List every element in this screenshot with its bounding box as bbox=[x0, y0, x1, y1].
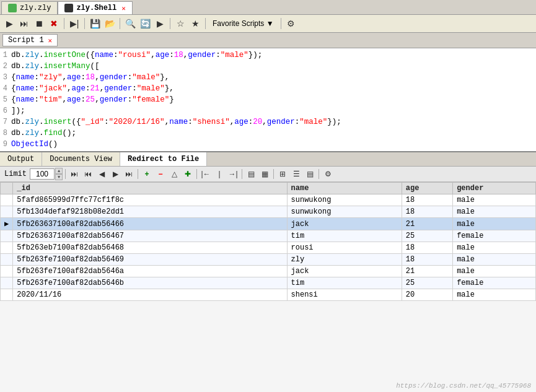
col-left-button[interactable]: |← bbox=[200, 168, 212, 180]
output-tab-documents[interactable]: Documents View bbox=[42, 152, 120, 166]
code-line-8: 8 db.zly.find(); bbox=[0, 128, 536, 139]
bookmark-button[interactable]: ☆ bbox=[174, 17, 187, 30]
cell-name[interactable]: tim bbox=[287, 277, 402, 289]
watermark: https://blog.csdn.net/qq_45775968 bbox=[396, 382, 531, 390]
remove-row-button[interactable]: − bbox=[154, 168, 167, 180]
table-row[interactable]: ▶5fb263637100af82dab56466jack21male bbox=[1, 218, 536, 230]
cell-gender[interactable]: female bbox=[453, 230, 536, 242]
pause-button[interactable]: ✖ bbox=[47, 17, 61, 30]
cell-_id[interactable]: 5fb263fe7100af82dab5646b bbox=[13, 277, 287, 289]
grid-view1-button[interactable]: ▤ bbox=[245, 168, 257, 180]
cell-name[interactable]: jack bbox=[287, 218, 402, 230]
cell-name[interactable]: tim bbox=[287, 230, 402, 242]
bookmark2-button[interactable]: ★ bbox=[188, 17, 202, 30]
cell-gender[interactable]: male bbox=[453, 289, 536, 301]
nav-last[interactable]: ⏭ bbox=[123, 168, 135, 180]
spin-down[interactable]: ▼ bbox=[55, 174, 63, 180]
cell-gender[interactable]: male bbox=[453, 194, 536, 206]
grid-view5-button[interactable]: ▤ bbox=[304, 168, 316, 180]
cell-age[interactable]: 21 bbox=[402, 266, 452, 277]
run-file-button[interactable]: ▶| bbox=[68, 17, 81, 30]
nav-back[interactable]: ◀ bbox=[95, 168, 108, 180]
find-button[interactable]: 🔍 bbox=[123, 17, 137, 30]
table-row[interactable]: 2020/11/16shensi20male bbox=[1, 289, 536, 301]
save-button[interactable]: 💾 bbox=[88, 17, 102, 30]
cell-_id[interactable]: 5fb13d4defaf9218b08e2dd1 bbox=[13, 206, 287, 218]
table-row[interactable]: 5fb263fe7100af82dab5646btim25female bbox=[1, 277, 536, 289]
settings-button[interactable]: ⚙ bbox=[284, 17, 298, 30]
grid-settings-button[interactable]: ⚙ bbox=[322, 168, 334, 180]
cell-_id[interactable]: 5fafd865999d7ffc77cf1f8c bbox=[13, 194, 287, 206]
tab-shell[interactable]: zly.Shell ✕ bbox=[58, 1, 132, 14]
nav-forward[interactable]: ▶ bbox=[109, 168, 121, 180]
add-row-button[interactable]: + bbox=[141, 168, 153, 180]
cell-age[interactable]: 18 bbox=[402, 254, 452, 266]
col-right-button[interactable]: →| bbox=[227, 168, 239, 180]
spin-up[interactable]: ▲ bbox=[55, 168, 63, 174]
step-button[interactable]: ⏭ bbox=[17, 17, 31, 30]
table-row[interactable]: 5fb263fe7100af82dab5646ajack21male bbox=[1, 266, 536, 277]
cell-gender[interactable]: male bbox=[453, 242, 536, 254]
cell-gender[interactable]: male bbox=[453, 254, 536, 266]
cell-age[interactable]: 25 bbox=[402, 230, 452, 242]
limit-input[interactable] bbox=[30, 168, 55, 180]
cell-gender[interactable]: male bbox=[453, 218, 536, 230]
cell-name[interactable]: sunwukong bbox=[287, 206, 402, 218]
cell-name[interactable]: zly bbox=[287, 254, 402, 266]
row-arrow bbox=[1, 242, 13, 254]
cell-name[interactable]: sunwukong bbox=[287, 194, 402, 206]
cell-age[interactable]: 18 bbox=[402, 206, 452, 218]
cell-_id[interactable]: 2020/11/16 bbox=[13, 289, 287, 301]
nav-prev[interactable]: ⏮ bbox=[82, 168, 94, 180]
cell-age[interactable]: 21 bbox=[402, 218, 452, 230]
cell-gender[interactable]: male bbox=[453, 266, 536, 277]
stop-button[interactable]: ⏹ bbox=[32, 17, 46, 30]
grid-view3-button[interactable]: ⊞ bbox=[276, 168, 289, 180]
cell-name[interactable]: rousi bbox=[287, 242, 402, 254]
table-row[interactable]: 5fafd865999d7ffc77cf1f8csunwukong18male bbox=[1, 194, 536, 206]
cell-_id[interactable]: 5fb263637100af82dab56467 bbox=[13, 230, 287, 242]
play-button[interactable]: ▶ bbox=[2, 17, 16, 30]
cell-age[interactable]: 25 bbox=[402, 277, 452, 289]
grid-view2-button[interactable]: ▦ bbox=[258, 168, 271, 180]
cell-gender[interactable]: male bbox=[453, 206, 536, 218]
move-up-button[interactable]: △ bbox=[168, 168, 180, 180]
grid-view4-button[interactable]: ☰ bbox=[290, 168, 302, 180]
cell-_id[interactable]: 5fb263fe7100af82dab56469 bbox=[13, 254, 287, 266]
favorite-button[interactable]: Favorite Scripts ▼ bbox=[209, 18, 278, 29]
tab-shell-close[interactable]: ✕ bbox=[121, 4, 126, 12]
table-row[interactable]: 5fb13d4defaf9218b08e2dd1sunwukong18male bbox=[1, 206, 536, 218]
gtb-sep-3 bbox=[196, 169, 197, 179]
col-header-age[interactable]: age bbox=[402, 183, 452, 194]
open-button[interactable]: 📂 bbox=[103, 17, 116, 30]
cell-gender[interactable]: female bbox=[453, 277, 536, 289]
cell-name[interactable]: shensi bbox=[287, 289, 402, 301]
add-col-button[interactable]: ✚ bbox=[182, 168, 194, 180]
output-tab-redirect[interactable]: Redirect to File bbox=[120, 152, 207, 166]
col-sep-button[interactable]: | bbox=[213, 168, 226, 180]
script-tab-close[interactable]: ✕ bbox=[48, 37, 53, 45]
cell-_id[interactable]: 5fb263fe7100af82dab5646a bbox=[13, 266, 287, 277]
col-header-gender[interactable]: gender bbox=[453, 183, 536, 194]
tab-zly[interactable]: zly.zly bbox=[1, 1, 58, 14]
cell-_id[interactable]: 5fb263eb7100af82dab56468 bbox=[13, 242, 287, 254]
replace-button[interactable]: 🔄 bbox=[138, 17, 152, 30]
col-header-name[interactable]: name bbox=[287, 183, 402, 194]
script-tab-1[interactable]: Script 1 ✕ bbox=[2, 34, 58, 46]
cell-name[interactable]: jack bbox=[287, 266, 402, 277]
line-num-4: 4 bbox=[0, 83, 11, 94]
table-row[interactable]: 5fb263eb7100af82dab56468rousi18male bbox=[1, 242, 536, 254]
cell-age[interactable]: 18 bbox=[402, 194, 452, 206]
cell-_id[interactable]: 5fb263637100af82dab56466 bbox=[13, 218, 287, 230]
cell-age[interactable]: 18 bbox=[402, 242, 452, 254]
cell-age[interactable]: 20 bbox=[402, 289, 452, 301]
toolbar-sep-2 bbox=[84, 18, 85, 29]
col-header-id[interactable]: _id bbox=[13, 183, 287, 194]
output-tab-output[interactable]: Output bbox=[0, 152, 42, 166]
line-num-8: 8 bbox=[0, 128, 11, 139]
code-editor[interactable]: 1 db.zly.insertOne({name:"rousi",age:18,… bbox=[0, 48, 536, 152]
table-row[interactable]: 5fb263637100af82dab56467tim25female bbox=[1, 230, 536, 242]
table-row[interactable]: 5fb263fe7100af82dab56469zly18male bbox=[1, 254, 536, 266]
run2-button[interactable]: ▶ bbox=[153, 17, 167, 30]
nav-next-all[interactable]: ⏭ bbox=[68, 168, 81, 180]
